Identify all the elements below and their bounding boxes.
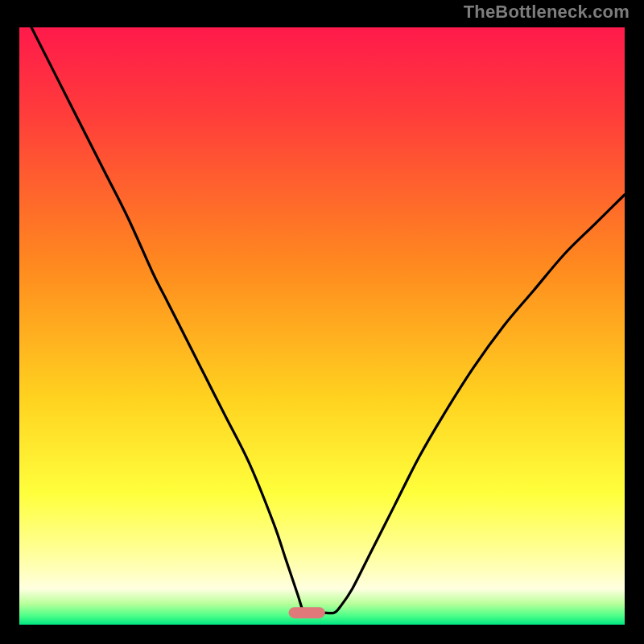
plot-background	[19, 27, 625, 625]
bottleneck-chart	[10, 10, 634, 634]
chart-frame	[10, 10, 634, 634]
optimal-marker	[289, 607, 325, 618]
watermark-text: TheBottleneck.com	[464, 2, 630, 23]
